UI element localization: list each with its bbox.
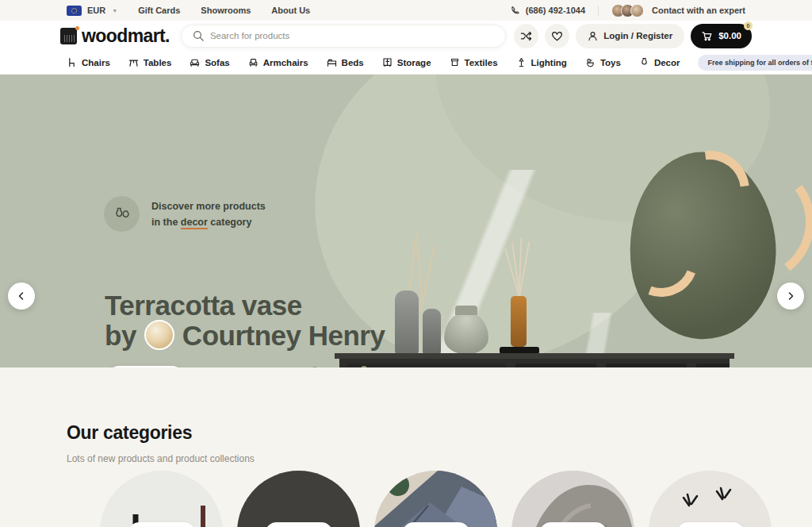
eu-flag-icon [67,6,82,16]
search-bar[interactable] [181,25,506,48]
chevron-left-icon [17,291,26,301]
logo-text: woodmart. [82,25,170,47]
nav-label: Textiles [465,58,498,67]
topbar-link-about-us[interactable]: About Us [271,6,310,15]
nav-item-chairs[interactable]: Chairs [67,57,110,67]
divider [598,6,599,16]
login-register-label: Login / Register [603,31,672,40]
kids-decor-category-image [649,471,772,527]
categories-subtitle: Lots of new products and product collect… [67,453,812,464]
nav-item-decor[interactable]: Decor [639,57,680,67]
nav-label: Armchairs [263,58,308,67]
beds-category-image [511,471,634,527]
decor-category-link[interactable]: decor [181,217,208,229]
free-shipping-badge: Free shipping for all orders of $1.300 [698,55,812,71]
chevron-down-icon: ▼ [112,8,117,13]
nav-label: Lighting [531,58,567,67]
toys-icon [585,57,596,67]
cart-count-badge: 0 [744,21,753,30]
topbar-link-showrooms[interactable]: Showrooms [201,6,251,15]
chevron-right-icon [786,291,795,301]
category-circles-row [100,471,779,527]
author-avatar [144,320,174,350]
topbar-link-gift-cards[interactable]: Gift Cards [138,6,180,15]
category-circle-tables[interactable] [237,471,360,527]
topbar-left: EUR ▼ Gift Cards Showrooms About Us [67,6,310,16]
header-actions: Login / Register $0.00 0 [514,24,752,48]
phone-link[interactable]: (686) 492-1044 [511,6,585,15]
nav-item-sofas[interactable]: Sofas [190,57,229,67]
nav-label: Chairs [82,58,110,67]
cart-icon [701,30,713,42]
cart-button[interactable]: $0.00 0 [691,24,752,48]
hero-vase-image [423,309,441,354]
phone-number: (686) 492-1044 [526,6,585,15]
category-circle-sofas[interactable] [374,471,497,527]
currency-selector[interactable]: EUR ▼ [67,6,117,16]
decor-category-icon[interactable] [104,196,140,232]
nav-item-toys[interactable]: Toys [585,57,621,67]
search-input[interactable] [210,31,494,40]
textiles-icon [450,57,460,67]
category-label-pill[interactable] [402,522,470,527]
chairs-category-image [100,471,223,527]
nav-item-textiles[interactable]: Textiles [450,57,498,67]
sofa-icon [190,57,200,67]
nav-item-beds[interactable]: Beds [327,57,364,67]
category-label-pill[interactable] [539,522,607,527]
hero-title-line1: Terracotta vase [105,290,385,320]
nav-label: Toys [600,58,621,67]
hero-by-label: by [105,321,136,350]
topbar: EUR ▼ Gift Cards Showrooms About Us (686… [0,0,812,21]
logo[interactable]: woodmart. [60,25,170,47]
hero-author: Courtney Henry [182,321,385,350]
category-circle-chairs[interactable] [100,471,223,527]
wishlist-button[interactable] [545,24,569,48]
discover-text: Discover more products in the decor cate… [151,198,266,230]
compare-button[interactable] [514,24,538,48]
nav-item-tables[interactable]: Tables [128,57,172,67]
sofas-category-image [374,471,497,527]
tables-category-image [237,471,360,527]
lighting-icon [516,57,527,67]
nav-label: Beds [342,58,364,67]
main-nav: Chairs Tables Sofas Armchairs Beds Stora… [0,51,812,75]
decor-icon [639,57,649,67]
nav-label: Storage [397,58,431,67]
category-label-pill[interactable] [676,522,745,527]
nav-label: Sofas [205,58,229,67]
nav-item-lighting[interactable]: Lighting [516,57,567,67]
currency-label: EUR [87,6,105,15]
categories-title: Our categories [67,422,812,444]
nav-item-armchairs[interactable]: Armchairs [248,57,308,67]
storage-icon [382,57,393,67]
chair-icon [67,57,77,67]
hero-diffuser-bottle [511,296,527,347]
category-circle-kids-decor[interactable] [649,471,772,527]
carousel-next-button[interactable] [777,283,804,310]
category-circle-beds[interactable] [511,471,634,527]
hero-sideboard-image [339,353,730,367]
heart-icon [551,30,563,42]
phone-icon [511,6,520,15]
hero-vase-image [395,290,419,354]
expert-avatars [611,4,644,17]
topbar-right: (686) 492-1044 Contact with an expert [511,4,745,17]
contact-expert-link[interactable]: Contact with an expert [652,6,745,15]
shop-now-button[interactable]: Shop Now [105,366,186,367]
nav-item-storage[interactable]: Storage [382,57,431,67]
nav-label: Tables [144,58,172,67]
hero-slider: Discover more products in the decor cate… [0,75,812,367]
carousel-prev-button[interactable] [8,283,35,310]
table-icon [128,57,139,67]
category-label-pill[interactable] [128,522,196,527]
hero-discover-block: Discover more products in the decor cate… [104,196,266,232]
user-icon [588,31,598,41]
login-register-button[interactable]: Login / Register [576,24,684,48]
cart-total: $0.00 [718,31,741,40]
shuffle-icon [520,30,532,42]
header: woodmart. Login / Register [0,21,812,51]
category-label-pill[interactable] [265,522,333,527]
hero-cta-row: Shop Now $182 [105,366,261,367]
bed-icon [327,57,337,67]
